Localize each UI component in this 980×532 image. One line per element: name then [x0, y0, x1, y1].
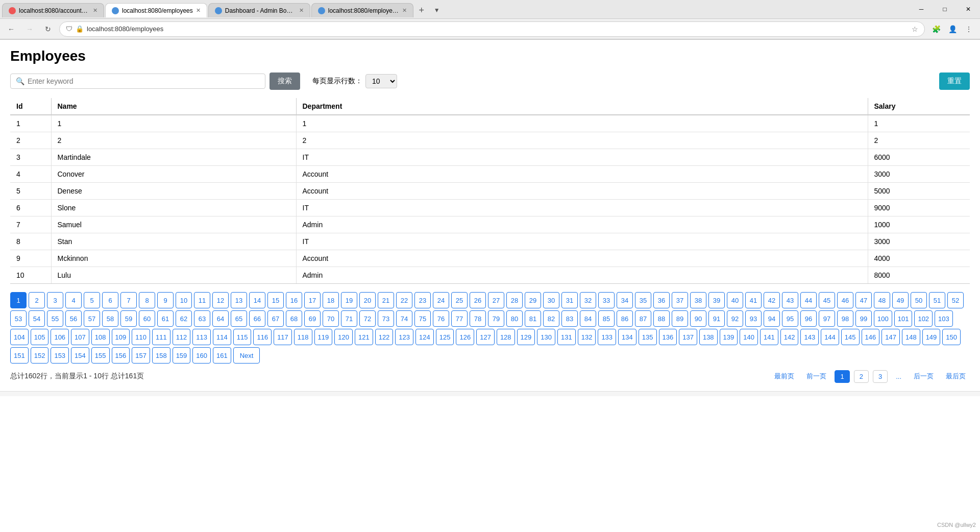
- page-btn-8[interactable]: 8: [139, 292, 155, 308]
- page-btn-108[interactable]: 108: [91, 329, 110, 345]
- bookmark-icon[interactable]: ☆: [912, 25, 918, 33]
- page-btn-32[interactable]: 32: [580, 292, 596, 308]
- page-btn-38[interactable]: 38: [690, 292, 706, 308]
- tab-close-3[interactable]: ✕: [299, 7, 304, 14]
- page-btn-84[interactable]: 84: [580, 310, 596, 327]
- page-btn-83[interactable]: 83: [561, 310, 578, 327]
- page-btn-80[interactable]: 80: [506, 310, 523, 327]
- profile-icon[interactable]: 👤: [945, 22, 960, 36]
- prev-page-button[interactable]: 前一页: [802, 370, 830, 383]
- page-btn-106[interactable]: 106: [51, 329, 69, 345]
- page-btn-125[interactable]: 125: [436, 329, 454, 345]
- page-btn-76[interactable]: 76: [433, 310, 449, 327]
- page-btn-18[interactable]: 18: [323, 292, 339, 308]
- page-btn-46[interactable]: 46: [837, 292, 853, 308]
- menu-icon[interactable]: ⋮: [962, 22, 976, 36]
- page-btn-127[interactable]: 127: [476, 329, 495, 345]
- pagination-next-button[interactable]: Next: [233, 347, 260, 364]
- page-btn-28[interactable]: 28: [506, 292, 523, 308]
- page-btn-129[interactable]: 129: [517, 329, 535, 345]
- page-btn-53[interactable]: 53: [10, 310, 27, 327]
- page-btn-67[interactable]: 67: [267, 310, 284, 327]
- page-btn-132[interactable]: 132: [578, 329, 596, 345]
- browser-tab-1[interactable]: localhost:8080/accounts?page=2... ✕: [2, 3, 104, 17]
- page-btn-29[interactable]: 29: [525, 292, 541, 308]
- page-btn-153[interactable]: 153: [51, 347, 69, 364]
- page-btn-149[interactable]: 149: [922, 329, 941, 345]
- page-btn-21[interactable]: 21: [378, 292, 394, 308]
- page-btn-42[interactable]: 42: [764, 292, 780, 308]
- page-btn-2[interactable]: 2: [29, 292, 45, 308]
- page-btn-63[interactable]: 63: [194, 310, 210, 327]
- url-bar[interactable]: 🛡 🔒 localhost:8080/employees ☆: [59, 21, 925, 37]
- page-btn-74[interactable]: 74: [396, 310, 412, 327]
- page-btn-103[interactable]: 103: [935, 310, 953, 327]
- page-btn-56[interactable]: 56: [65, 310, 82, 327]
- page-btn-91[interactable]: 91: [708, 310, 725, 327]
- page-btn-156[interactable]: 156: [112, 347, 130, 364]
- search-button[interactable]: 搜索: [270, 72, 300, 90]
- page-btn-112[interactable]: 112: [173, 329, 191, 345]
- page-btn-97[interactable]: 97: [819, 310, 835, 327]
- page-btn-58[interactable]: 58: [102, 310, 118, 327]
- browser-tab-2[interactable]: localhost:8080/employees ✕: [105, 3, 207, 17]
- page-btn-93[interactable]: 93: [745, 310, 762, 327]
- page-btn-51[interactable]: 51: [929, 292, 945, 308]
- page-btn-119[interactable]: 119: [314, 329, 333, 345]
- page-btn-75[interactable]: 75: [414, 310, 431, 327]
- page-btn-65[interactable]: 65: [231, 310, 247, 327]
- page-btn-59[interactable]: 59: [120, 310, 137, 327]
- page-btn-61[interactable]: 61: [157, 310, 174, 327]
- page-btn-64[interactable]: 64: [212, 310, 229, 327]
- nav-page-3[interactable]: 3: [873, 370, 888, 383]
- page-btn-155[interactable]: 155: [91, 347, 110, 364]
- page-btn-16[interactable]: 16: [286, 292, 302, 308]
- page-btn-45[interactable]: 45: [819, 292, 835, 308]
- page-btn-33[interactable]: 33: [598, 292, 615, 308]
- page-btn-157[interactable]: 157: [132, 347, 150, 364]
- page-btn-69[interactable]: 69: [304, 310, 321, 327]
- page-btn-1[interactable]: 1: [10, 292, 27, 308]
- page-btn-47[interactable]: 47: [855, 292, 872, 308]
- first-page-button[interactable]: 最前页: [770, 370, 798, 383]
- page-btn-89[interactable]: 89: [672, 310, 688, 327]
- page-btn-82[interactable]: 82: [543, 310, 559, 327]
- page-btn-114[interactable]: 114: [213, 329, 231, 345]
- nav-page-2[interactable]: 2: [854, 370, 869, 383]
- nav-page-1[interactable]: 1: [835, 370, 849, 383]
- page-btn-27[interactable]: 27: [488, 292, 504, 308]
- tab-list-button[interactable]: ▼: [430, 3, 444, 17]
- page-btn-66[interactable]: 66: [249, 310, 265, 327]
- page-btn-36[interactable]: 36: [653, 292, 670, 308]
- page-btn-49[interactable]: 49: [892, 292, 909, 308]
- minimize-button[interactable]: ─: [910, 0, 933, 18]
- next-page-button[interactable]: 后一页: [910, 370, 938, 383]
- page-btn-22[interactable]: 22: [396, 292, 412, 308]
- page-btn-43[interactable]: 43: [782, 292, 798, 308]
- page-btn-102[interactable]: 102: [914, 310, 933, 327]
- page-btn-135[interactable]: 135: [639, 329, 657, 345]
- page-btn-100[interactable]: 100: [874, 310, 892, 327]
- page-btn-139[interactable]: 139: [720, 329, 738, 345]
- page-btn-48[interactable]: 48: [874, 292, 890, 308]
- page-btn-73[interactable]: 73: [378, 310, 394, 327]
- page-btn-13[interactable]: 13: [231, 292, 247, 308]
- page-btn-110[interactable]: 110: [132, 329, 150, 345]
- page-btn-133[interactable]: 133: [598, 329, 616, 345]
- page-btn-86[interactable]: 86: [617, 310, 633, 327]
- page-btn-34[interactable]: 34: [617, 292, 633, 308]
- page-btn-118[interactable]: 118: [294, 329, 312, 345]
- page-btn-144[interactable]: 144: [821, 329, 839, 345]
- page-btn-92[interactable]: 92: [727, 310, 743, 327]
- page-btn-3[interactable]: 3: [47, 292, 63, 308]
- tab-close-1[interactable]: ✕: [93, 7, 97, 14]
- page-btn-96[interactable]: 96: [800, 310, 817, 327]
- page-btn-134[interactable]: 134: [618, 329, 636, 345]
- page-btn-122[interactable]: 122: [375, 329, 394, 345]
- page-btn-124[interactable]: 124: [415, 329, 434, 345]
- search-input[interactable]: [28, 77, 260, 85]
- page-btn-98[interactable]: 98: [837, 310, 853, 327]
- page-btn-40[interactable]: 40: [727, 292, 743, 308]
- page-btn-30[interactable]: 30: [543, 292, 559, 308]
- page-btn-6[interactable]: 6: [102, 292, 118, 308]
